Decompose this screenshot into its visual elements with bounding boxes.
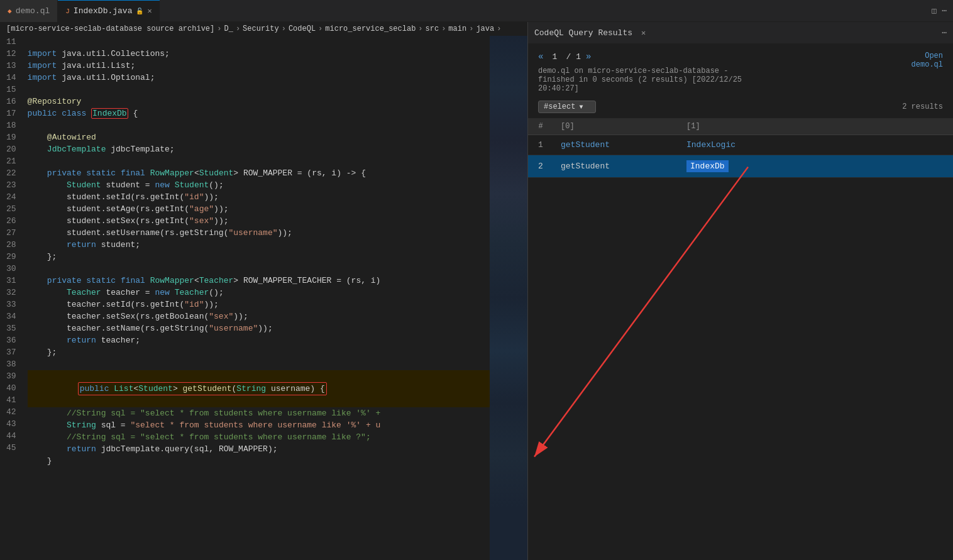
results-panel: CodeQL Query Results ✕ ⋯ « / 1 » demo.ql… xyxy=(528,22,953,560)
code-content: import java.util.Collections; import jav… xyxy=(23,36,490,560)
code-line-24: student.setId(rs.getInt("id")); xyxy=(28,191,490,203)
tab-bar: ◆ demo.ql J IndexDb.java 🔓 ✕ ◫ ⋯ xyxy=(0,0,953,22)
minimap-content xyxy=(490,36,527,560)
code-line-12: import java.util.Collections; xyxy=(28,48,490,60)
table-row[interactable]: 2 getStudent IndexDb xyxy=(528,155,953,178)
results-pagination: « / 1 » xyxy=(538,52,742,62)
results-panel-title: CodeQL Query Results xyxy=(534,28,632,38)
breadcrumb-archive: [micro-service-seclab-database source ar… xyxy=(6,25,214,33)
col-header-num: # xyxy=(528,118,553,135)
prev-page-button[interactable]: « xyxy=(538,52,543,62)
code-line-16: @Repository xyxy=(28,96,490,107)
tab-label-index-db: IndexDb.java xyxy=(74,6,133,16)
col-header-0: [0] xyxy=(553,118,679,135)
next-page-button[interactable]: » xyxy=(586,52,591,62)
breadcrumb-micro: micro_service_seclab xyxy=(325,25,416,33)
breadcrumb-codeql: CodeQL xyxy=(289,25,316,33)
results-more-icon[interactable]: ⋯ xyxy=(942,28,947,38)
code-line-40: //String sql = "select * from students w… xyxy=(28,407,490,419)
code-line-36: return teacher; xyxy=(28,334,490,346)
code-line-38 xyxy=(28,358,490,370)
code-line-18 xyxy=(28,119,490,131)
select-label: #select xyxy=(544,102,575,111)
select-dropdown[interactable]: #select ▼ xyxy=(538,101,596,113)
code-line-20: JdbcTemplate jdbcTemplate; xyxy=(28,143,490,155)
open-demo-link[interactable]: Open demo.ql xyxy=(912,52,943,69)
code-line-31: private static final RowMapper<Teacher> … xyxy=(28,275,490,287)
more-actions-icon[interactable]: ⋯ xyxy=(942,6,947,16)
results-tab-bar: CodeQL Query Results ✕ ⋯ xyxy=(528,22,953,44)
code-line-29: }; xyxy=(28,251,490,263)
line-numbers: 11 12 13 14 15 16 17 18 19 20 21 22 23 2… xyxy=(0,36,23,560)
code-line-37: }; xyxy=(28,346,490,358)
index-db-cell: IndexDb xyxy=(686,160,729,172)
page-total: 1 xyxy=(576,52,581,62)
code-line-25: student.setAge(rs.getInt("age")); xyxy=(28,203,490,215)
code-line-11 xyxy=(28,36,490,48)
breadcrumb: [micro-service-seclab-database source ar… xyxy=(0,22,527,36)
results-info: « / 1 » demo.ql on micro-service-seclab-… xyxy=(538,52,742,93)
table-header-row: # [0] [1] xyxy=(528,118,953,135)
main-area: [micro-service-seclab-database source ar… xyxy=(0,22,953,560)
code-line-14: import java.util.Optional; xyxy=(28,72,490,84)
code-line-43: return jdbcTemplate.query(sql, ROW_MAPPE… xyxy=(28,443,490,455)
dropdown-chevron-icon: ▼ xyxy=(579,104,583,111)
results-description: demo.ql on micro-service-seclab-database… xyxy=(538,67,742,93)
row-2-num: 2 xyxy=(528,155,553,178)
page-input[interactable] xyxy=(548,52,561,62)
code-line-17: public class IndexDb { xyxy=(28,107,490,119)
breadcrumb-main: main xyxy=(448,25,466,33)
code-line-45 xyxy=(28,467,490,479)
row-1-col1[interactable]: IndexLogic xyxy=(679,135,953,155)
col-header-1: [1] xyxy=(679,118,953,135)
code-editor[interactable]: 11 12 13 14 15 16 17 18 19 20 21 22 23 2… xyxy=(0,36,527,560)
code-line-35: teacher.setName(rs.getString("username")… xyxy=(28,322,490,334)
java-icon: J xyxy=(65,8,70,15)
tab-demo-ql[interactable]: ◆ demo.ql xyxy=(0,0,58,22)
results-table: # [0] [1] 1 getStudent IndexLogic 2 getS… xyxy=(528,118,953,560)
code-line-28: return student; xyxy=(28,239,490,251)
code-line-39: public List<Student> getStudent(String u… xyxy=(28,370,490,407)
code-line-44: } xyxy=(28,455,490,467)
query-results-table: # [0] [1] 1 getStudent IndexLogic 2 getS… xyxy=(528,118,953,178)
tab-bar-actions: ◫ ⋯ xyxy=(932,6,953,16)
minimap xyxy=(490,36,527,560)
results-panel-close-button[interactable]: ✕ xyxy=(641,28,646,38)
lock-icon: 🔓 xyxy=(136,8,143,15)
code-line-26: student.setSex(rs.getInt("sex")); xyxy=(28,215,490,227)
tab-close-button[interactable]: ✕ xyxy=(147,6,151,16)
results-tab-actions: ⋯ xyxy=(942,28,947,38)
results-header: « / 1 » demo.ql on micro-service-seclab-… xyxy=(528,44,953,101)
breadcrumb-security: Security xyxy=(243,25,279,33)
row-2-col1[interactable]: IndexDb xyxy=(679,155,953,178)
table-row[interactable]: 1 getStudent IndexLogic xyxy=(528,135,953,155)
split-editor-icon[interactable]: ◫ xyxy=(932,6,937,16)
row-1-col0[interactable]: getStudent xyxy=(553,135,679,155)
breadcrumb-java: java xyxy=(476,25,494,33)
tab-index-db-java[interactable]: J IndexDb.java 🔓 ✕ xyxy=(58,0,159,22)
code-line-30 xyxy=(28,263,490,275)
ql-icon: ◆ xyxy=(8,7,12,15)
row-2-col0[interactable]: getStudent xyxy=(553,155,679,178)
breadcrumb-d: D_ xyxy=(224,25,233,33)
code-line-22: private static final RowMapper<Student> … xyxy=(28,167,490,179)
row-1-num: 1 xyxy=(528,135,553,155)
code-line-21 xyxy=(28,155,490,167)
code-line-27: student.setUsername(rs.getString("userna… xyxy=(28,227,490,239)
tab-label-demo-ql: demo.ql xyxy=(16,6,50,16)
code-line-13: import java.util.List; xyxy=(28,60,490,72)
code-line-32: Teacher teacher = new Teacher(); xyxy=(28,287,490,299)
page-separator: / xyxy=(566,52,571,62)
code-line-23: Student student = new Student(); xyxy=(28,179,490,191)
code-line-15 xyxy=(28,84,490,96)
breadcrumb-src: src xyxy=(426,25,439,33)
results-count: 2 results xyxy=(902,102,943,111)
editor-panel: [micro-service-seclab-database source ar… xyxy=(0,22,528,560)
code-line-42: //String sql = "select * from students w… xyxy=(28,431,490,443)
code-line-19: @Autowired xyxy=(28,131,490,143)
results-filter: #select ▼ 2 results xyxy=(528,101,953,118)
code-line-41: String sql = "select * from students whe… xyxy=(28,419,490,431)
code-line-34: teacher.setSex(rs.getBoolean("sex")); xyxy=(28,310,490,322)
code-line-33: teacher.setId(rs.getInt("id")); xyxy=(28,299,490,310)
